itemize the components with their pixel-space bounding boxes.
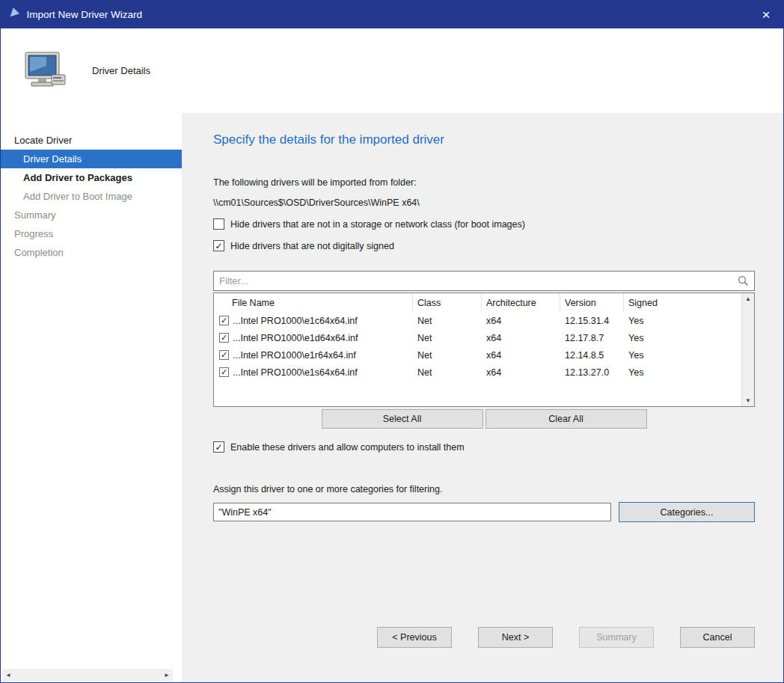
table-vertical-scrollbar[interactable]: ▲ ▼: [741, 293, 754, 406]
cell-version: 12.15.31.4: [560, 316, 624, 326]
cell-file-name: ...Intel PRO1000\e1c64x64.inf: [233, 316, 358, 326]
wizard-body: Locate Driver Driver Details Add Driver …: [1, 113, 783, 682]
cancel-button[interactable]: Cancel: [680, 627, 755, 648]
hide-unsigned-checkbox-row: ✓ Hide drivers that are not digitally si…: [213, 240, 755, 251]
content-heading: Specify the details for the imported dri…: [213, 132, 755, 147]
row-checkbox[interactable]: ✓: [219, 316, 229, 325]
cell-class: Net: [413, 333, 482, 343]
sidebar-item-add-driver-to-packages[interactable]: Add Driver to Packages: [1, 168, 182, 187]
enable-drivers-checkbox-label: Enable these drivers and allow computers…: [230, 442, 465, 453]
column-header-class[interactable]: Class: [413, 293, 482, 312]
scroll-right-icon[interactable]: ►: [164, 672, 170, 679]
row-checkbox[interactable]: ✓: [219, 367, 229, 377]
import-new-driver-wizard-window: ▶ Import New Driver Wizard × Driver Deta…: [0, 0, 784, 683]
sidebar-item-progress[interactable]: Progress: [1, 224, 182, 243]
scroll-left-icon[interactable]: ◄: [5, 672, 11, 679]
cell-architecture: x64: [482, 350, 560, 361]
cell-architecture: x64: [482, 316, 560, 326]
scroll-up-icon[interactable]: ▲: [745, 295, 751, 302]
table-row[interactable]: ✓ ...Intel PRO1000\e1s64x64.inf Net x64 …: [214, 364, 741, 381]
cell-class: Net: [413, 350, 482, 361]
table-row[interactable]: ✓ ...Intel PRO1000\e1r64x64.inf Net x64 …: [214, 346, 741, 364]
intro-text: The following drivers will be imported f…: [213, 177, 755, 188]
hide-unsigned-checkbox-label: Hide drivers that are not digitally sign…: [230, 241, 394, 251]
driver-table-header: File Name Class Architecture Version Sig…: [214, 293, 741, 312]
next-button[interactable]: Next >: [478, 627, 553, 648]
wizard-steps-sidebar: Locate Driver Driver Details Add Driver …: [1, 113, 182, 682]
driver-table: File Name Class Architecture Version Sig…: [213, 293, 755, 407]
sidebar-item-driver-details[interactable]: Driver Details: [1, 150, 182, 168]
previous-button[interactable]: < Previous: [377, 627, 452, 648]
cell-architecture: x64: [482, 367, 560, 378]
wizard-dart-icon: ▶: [7, 7, 21, 22]
window-title: Import New Driver Wizard: [27, 9, 749, 20]
cell-signed: Yes: [624, 333, 741, 343]
filter-input[interactable]: [213, 271, 755, 291]
table-actions-row: Select All Clear All: [213, 409, 755, 429]
summary-button: Summary: [579, 627, 654, 648]
cell-class: Net: [413, 316, 482, 326]
categories-button[interactable]: Categories...: [619, 502, 755, 522]
cell-file-name: ...Intel PRO1000\e1r64x64.inf: [233, 350, 356, 361]
sidebar-horizontal-scrollbar[interactable]: ◄ ►: [2, 669, 173, 682]
clear-all-button[interactable]: Clear All: [486, 409, 647, 429]
column-header-version[interactable]: Version: [560, 293, 624, 312]
hide-storage-checkbox[interactable]: [213, 218, 224, 230]
enable-drivers-checkbox[interactable]: ✓: [213, 441, 224, 453]
category-field[interactable]: [213, 503, 611, 521]
cell-signed: Yes: [624, 367, 741, 378]
hide-storage-checkbox-label: Hide drivers that are not in a storage o…: [230, 219, 525, 230]
title-bar: ▶ Import New Driver Wizard ×: [1, 1, 783, 28]
row-checkbox[interactable]: ✓: [219, 350, 229, 360]
wizard-footer: < Previous Next > Summary Cancel: [213, 627, 755, 648]
hide-storage-checkbox-row: Hide drivers that are not in a storage o…: [213, 218, 755, 230]
cell-architecture: x64: [482, 333, 560, 343]
sidebar-item-locate-driver[interactable]: Locate Driver: [1, 131, 182, 150]
enable-drivers-checkbox-row: ✓ Enable these drivers and allow compute…: [213, 441, 755, 453]
row-checkbox[interactable]: ✓: [219, 333, 229, 343]
category-row: Categories...: [213, 502, 755, 522]
scroll-down-icon[interactable]: ▼: [745, 397, 751, 404]
column-header-signed[interactable]: Signed: [624, 293, 741, 312]
assign-category-label: Assign this driver to one or more catego…: [213, 484, 755, 494]
driver-table-grid: File Name Class Architecture Version Sig…: [214, 293, 741, 406]
table-row[interactable]: ✓ ...Intel PRO1000\e1d64x64.inf Net x64 …: [214, 329, 741, 346]
cell-signed: Yes: [624, 316, 741, 326]
driver-source-path: \\cm01\Sources$\OSD\DriverSources\WinPE …: [213, 197, 755, 208]
cell-version: 12.14.8.5: [560, 350, 624, 361]
sidebar-item-completion[interactable]: Completion: [1, 243, 182, 262]
select-all-button[interactable]: Select All: [322, 409, 483, 429]
close-icon[interactable]: ×: [749, 1, 783, 28]
column-header-file-name[interactable]: File Name: [214, 293, 413, 312]
wizard-header: Driver Details: [1, 28, 783, 113]
column-header-architecture[interactable]: Architecture: [482, 293, 560, 312]
cell-file-name: ...Intel PRO1000\e1d64x64.inf: [233, 333, 358, 343]
cell-version: 12.13.27.0: [560, 367, 624, 378]
cell-signed: Yes: [624, 350, 741, 361]
page-title: Driver Details: [92, 65, 150, 76]
main-content: Specify the details for the imported dri…: [182, 113, 783, 682]
hide-unsigned-checkbox[interactable]: ✓: [213, 240, 224, 251]
filter-box: [213, 271, 755, 291]
search-icon: [738, 275, 749, 287]
sidebar-item-add-driver-to-boot-image[interactable]: Add Driver to Boot Image: [1, 187, 182, 206]
cell-file-name: ...Intel PRO1000\e1s64x64.inf: [233, 367, 358, 378]
computer-icon: [23, 52, 67, 91]
sidebar-item-summary[interactable]: Summary: [1, 206, 182, 224]
cell-class: Net: [413, 367, 482, 378]
table-row[interactable]: ✓ ...Intel PRO1000\e1c64x64.inf Net x64 …: [214, 312, 741, 329]
cell-version: 12.17.8.7: [560, 333, 624, 343]
